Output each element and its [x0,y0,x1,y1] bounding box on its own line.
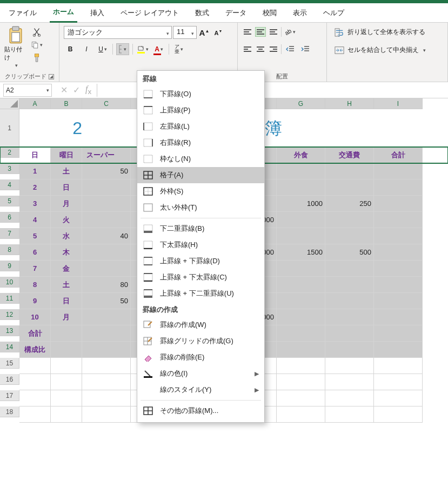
phonetic-button[interactable]: ア 亜▾ [172,43,185,55]
cell[interactable] [374,293,423,309]
cell[interactable] [82,196,131,212]
tab-help[interactable]: ヘルプ [320,4,347,22]
row-header[interactable]: 7 [0,228,19,239]
column-header[interactable]: C [82,98,131,109]
cell[interactable] [82,358,131,374]
row-header[interactable]: 6 [0,212,19,223]
cell[interactable]: 合計 [19,325,51,342]
column-header[interactable]: H [325,98,374,109]
cell[interactable] [82,406,131,423]
cell[interactable]: 1 [19,163,51,179]
cell[interactable] [374,342,423,358]
cell[interactable] [325,325,374,342]
cell[interactable] [374,212,423,228]
cell[interactable] [51,358,82,374]
menu-item-top-border[interactable]: 上罫線(P) [137,102,264,118]
enter-formula-button[interactable]: ✓ [73,85,80,95]
menu-item-outside-borders[interactable]: 外枠(S) [137,183,264,199]
borders-button[interactable]: ▾ [116,43,129,55]
cell[interactable]: 6 [19,244,51,261]
align-top-button[interactable] [242,27,253,37]
font-color-button[interactable]: A▾ [152,43,165,55]
cell[interactable] [51,390,82,406]
cell[interactable] [277,358,325,374]
cell[interactable] [325,212,374,228]
cell[interactable] [325,179,374,196]
cell[interactable] [374,244,423,261]
font-name-combo[interactable]: 游ゴシック▾ [64,26,172,39]
row-header[interactable]: 12 [0,309,19,320]
cell[interactable] [82,309,131,325]
menu-item-line-style[interactable]: 線のスタイル(Y)▶ [137,382,264,398]
cell[interactable] [374,163,423,179]
cell[interactable] [277,228,325,244]
format-painter-button[interactable] [30,52,43,64]
row-header[interactable]: 8 [0,244,19,255]
cell[interactable] [325,293,374,309]
cell[interactable] [325,261,374,277]
cell[interactable] [374,406,423,423]
cell[interactable]: 金 [51,261,82,277]
cell[interactable] [19,390,51,406]
menu-item-top-bottom-border[interactable]: 上罫線 + 下罫線(D) [137,253,264,269]
cell[interactable]: 曜日 [51,147,82,163]
row-header[interactable]: 9 [0,261,19,271]
merge-center-button[interactable]: セルを結合して中央揃え ▾ [331,44,443,56]
cell[interactable]: 8 [19,277,51,293]
underline-button[interactable]: U▾ [96,43,109,55]
row-header[interactable]: 10 [0,277,19,288]
cell[interactable] [325,309,374,325]
cell[interactable] [325,406,374,423]
cell[interactable] [277,212,325,228]
cell[interactable] [277,163,325,179]
menu-item-draw-border[interactable]: 罫線の作成(W) [137,317,264,333]
cell[interactable] [51,374,82,390]
clipboard-dialog-launcher[interactable] [49,74,54,79]
tab-review[interactable]: 校閲 [259,4,280,22]
row-header[interactable]: 3 [0,163,19,174]
cell[interactable]: 40 [82,228,131,244]
cell[interactable] [277,261,325,277]
cell[interactable] [325,358,374,374]
name-box[interactable]: A2 ▾ [3,84,52,97]
increase-font-button[interactable]: A▲ [198,26,211,38]
cell[interactable]: 10 [19,309,51,325]
fill-color-button[interactable]: ▾ [136,43,149,55]
cell[interactable]: 日 [19,147,51,163]
cell[interactable] [277,309,325,325]
align-bottom-button[interactable] [268,27,279,37]
row-header[interactable]: 18 [0,406,19,417]
row-header[interactable]: 1 [0,109,19,147]
cell[interactable] [277,179,325,196]
wrap-text-button[interactable]: 折り返して全体を表示する [331,26,443,38]
title-cell[interactable]: 2 [19,109,82,147]
row-header[interactable]: 2 [0,147,19,158]
cell[interactable]: 日 [51,179,82,196]
cell[interactable] [374,196,423,212]
cell[interactable] [19,374,51,390]
cell[interactable] [277,277,325,293]
tab-page-layout[interactable]: ページ レイアウト [117,4,182,22]
cell[interactable] [325,390,374,406]
cell[interactable]: 1000 [277,196,325,212]
menu-item-double-bottom-border[interactable]: 下二重罫線(B) [137,221,264,237]
align-center-button[interactable] [255,44,266,54]
tab-view[interactable]: 表示 [290,4,310,22]
cell[interactable] [374,309,423,325]
cell[interactable] [325,342,374,358]
row-header[interactable]: 17 [0,390,19,401]
cell[interactable]: 80 [82,277,131,293]
cell[interactable] [374,261,423,277]
cell[interactable]: スーパー [82,147,131,163]
cell[interactable]: 9 [19,293,51,309]
cell[interactable]: 合計 [374,147,423,163]
row-header[interactable]: 14 [0,342,19,352]
cell[interactable]: 土 [51,277,82,293]
insert-function-button[interactable]: fx [85,84,91,96]
cell[interactable] [325,228,374,244]
column-header[interactable]: I [374,98,423,109]
cell[interactable] [277,406,325,423]
font-size-combo[interactable]: 11▾ [173,26,197,39]
cell[interactable]: 1500 [277,244,325,261]
menu-item-thick-outside-borders[interactable]: 太い外枠(T) [137,199,264,216]
